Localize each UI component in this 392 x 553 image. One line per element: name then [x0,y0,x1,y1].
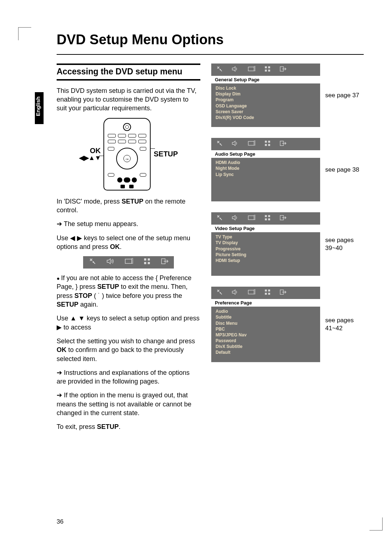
title-rule [57,54,364,55]
svg-rect-30 [268,218,270,220]
svg-rect-14 [268,69,270,71]
menu-item: Default [216,349,317,355]
svg-rect-37 [265,292,267,294]
exit-icon [279,214,287,223]
step-3: If you are not able to access the { Pref… [57,274,200,309]
svg-rect-17 [248,141,254,145]
svg-rect-28 [268,215,270,217]
display-icon [248,66,256,74]
tools-icon [89,258,96,267]
menu-item: Program [216,97,317,103]
svg-rect-11 [265,66,267,68]
nav-arrows-label: ◀▶▲▼ [79,155,101,162]
menu-preference: Preference Page Audio Subtitle Disc Menu… [211,287,364,362]
page-reference: see page 38 [325,166,362,174]
speaker-icon [232,289,239,297]
setup-label: SETUP [154,149,178,159]
page-title: DVD Setup Menu Options [57,32,364,48]
menu-item: TV Display [216,240,317,246]
menu-item: Password [216,338,317,344]
crop-mark-tl [18,27,31,40]
remote-diagram: OK ◀▶▲▼ [57,118,200,191]
speaker-icon [232,214,239,223]
menu-icon-strip [211,138,320,150]
pixels-icon [264,214,271,223]
intro-text: This DVD system setup is carried out via… [57,86,200,113]
menu-icon-strip [211,64,320,76]
svg-point-0 [93,261,94,263]
svg-rect-10 [254,66,255,71]
menu-item: MP3/JPEG Nav [216,332,317,338]
page-reference: see pages 41~42 [325,316,362,332]
menu-item: Disc Lock [216,85,317,91]
svg-rect-13 [265,69,267,71]
menu-general: General Setup Page Disc Lock Display Dim… [211,64,364,127]
display-icon [248,289,256,297]
menu-item: Lip Sync [216,172,317,177]
step-6: To exit, press SETUP. [57,422,200,431]
svg-rect-4 [148,258,150,261]
tools-icon [216,289,223,297]
svg-point-24 [220,218,221,219]
exit-icon [161,258,169,267]
menu-item: Subtitle [216,314,317,320]
step-4: Use ▲ ▼ keys to select a setup option an… [57,314,200,332]
step-5: Select the setting you wish to change an… [57,337,200,363]
step-1: In 'DISC' mode, press SETUP on the remot… [57,197,200,215]
svg-rect-35 [265,289,267,291]
svg-rect-29 [265,218,267,220]
menu-item: Picture Setting [216,252,317,258]
menu-item: Progressive [216,246,317,252]
menu-item: OSD Language [216,103,317,109]
pixels-icon [264,140,271,148]
svg-rect-21 [265,144,267,146]
pixels-icon [264,289,271,297]
svg-rect-26 [254,215,255,220]
remote-control-illustration [103,118,151,191]
svg-point-32 [220,292,221,294]
step-1-result: The setup menu appears. [57,220,200,228]
page-reference: see page 37 [325,91,362,99]
svg-rect-38 [268,292,270,294]
menu-item: DivX(R) VOD Code [216,115,317,120]
tools-icon [216,66,223,74]
menu-video: Video Setup Page TV Type TV Display Prog… [211,212,364,276]
svg-rect-33 [248,290,254,294]
svg-rect-36 [268,289,270,291]
pixels-icon [143,258,151,267]
svg-point-8 [220,69,221,70]
menu-page-title: General Setup Page [211,76,320,83]
menu-audio: Audio Setup Page HDMI Audio Night Mode L… [211,138,364,201]
svg-rect-20 [268,140,270,142]
menu-item: PBC [216,326,317,332]
tools-icon [216,140,223,148]
section-heading: Accessing the DVD setup menu [57,64,200,81]
page-number: 36 [57,518,64,525]
display-icon [124,258,133,267]
menu-item: Screen Saver [216,109,317,115]
speaker-icon [106,258,114,267]
menu-page-title: Audio Setup Page [211,150,320,158]
pixels-icon [264,66,271,74]
menu-item: Disc Menu [216,320,317,326]
svg-rect-27 [265,215,267,217]
menu-item: Audio [216,308,317,314]
menu-item: DivX Subtitle [216,344,317,349]
menu-item: HDMI Setup [216,258,317,263]
svg-rect-25 [248,216,254,220]
svg-rect-1 [125,259,132,263]
svg-rect-18 [254,140,255,145]
step-5-result: Instructions and explanations of the opt… [57,368,200,386]
menu-icon-strip-demo [83,256,174,269]
exit-icon [279,66,287,74]
svg-rect-19 [265,140,267,142]
step-2: Use ◀ ▶ keys to select one of the setup … [57,234,200,251]
exit-icon [279,140,287,148]
speaker-icon [232,66,239,74]
menu-icon-strip [211,287,320,299]
menu-item: Night Mode [216,165,317,171]
page-content: DVD Setup Menu Options Accessing the DVD… [33,32,364,437]
crop-mark-br [369,517,383,531]
left-column: Accessing the DVD setup menu This DVD sy… [57,64,200,437]
svg-rect-5 [144,262,146,264]
